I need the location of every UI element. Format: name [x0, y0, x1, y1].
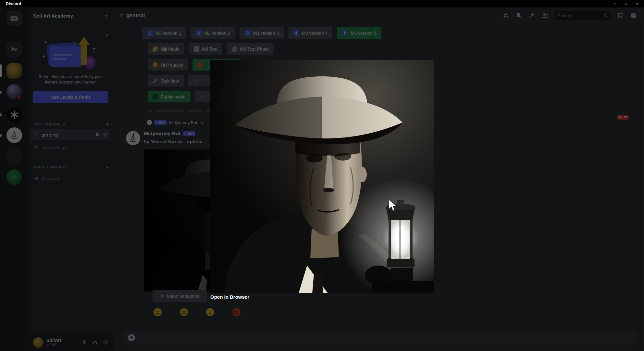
- discord-logo-text: Discord: [6, 2, 21, 6]
- open-in-browser-link[interactable]: Open in Browser: [210, 294, 249, 300]
- close-button[interactable]: ×: [632, 0, 643, 7]
- lightbox-image[interactable]: [210, 60, 434, 293]
- mouse-cursor: [388, 199, 398, 213]
- minimize-button[interactable]: ─: [610, 0, 621, 7]
- maximize-button[interactable]: □: [621, 0, 632, 7]
- window-controls: ─ □ ×: [610, 0, 643, 7]
- titlebar: Discord ─ □ ×: [0, 0, 644, 7]
- discord-window: Discord ─ □ × As: [0, 0, 644, 351]
